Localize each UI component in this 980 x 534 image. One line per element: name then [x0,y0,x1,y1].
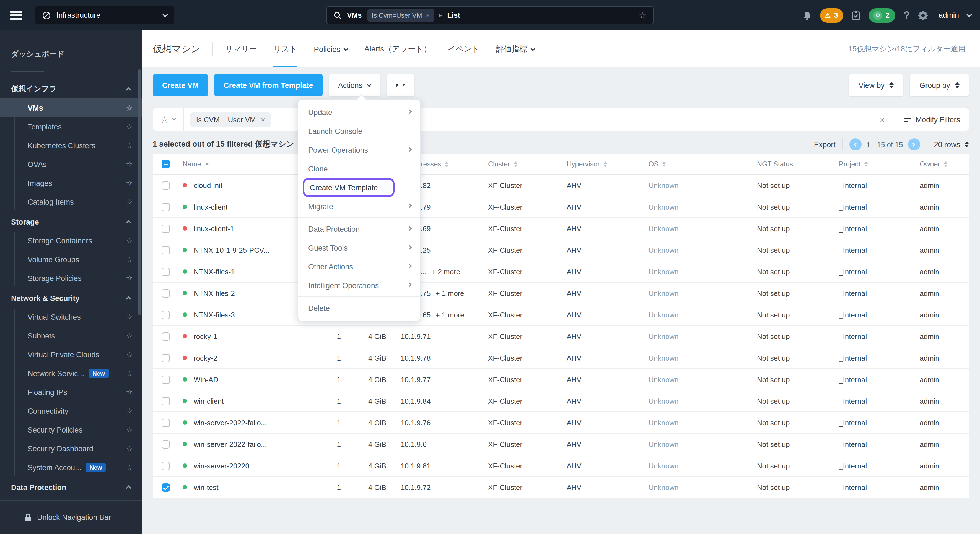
user-menu[interactable]: admin [939,11,959,19]
star-icon[interactable]: ☆ [126,141,133,150]
table-row[interactable]: win-server-2022014 GiB10.1.9.81XF-Cluste… [153,455,969,477]
sidebar-item-catalog-items[interactable]: Catalog Items☆ [0,192,142,211]
star-icon[interactable]: ☆ [126,388,133,397]
create-vm-button[interactable]: Create VM [153,74,208,96]
select-all-checkbox[interactable] [162,160,170,168]
menu-item-data-protection[interactable]: Data Protection [298,219,420,238]
sidebar-item-storage-containers[interactable]: Storage Containers☆ [0,231,142,250]
column-header-project[interactable]: Project [832,160,913,168]
sidebar-item-ovas[interactable]: OVAs☆ [0,155,142,174]
bell-icon[interactable] [803,10,812,20]
unlock-navigation-bar[interactable]: Unlock Navigation Bar [0,500,142,534]
star-icon[interactable]: ☆ [126,236,133,245]
star-icon[interactable]: ☆ [126,425,133,434]
alerts-badge[interactable]: ⚠ 3 [820,8,843,22]
vm-name[interactable]: NTNX-files-3 [194,311,235,319]
vm-name[interactable]: win-server-2022-failo... [194,418,267,427]
sidebar-scrollbar[interactable] [138,69,140,315]
star-icon[interactable]: ☆ [126,122,133,131]
next-page-button[interactable] [908,138,920,151]
row-checkbox[interactable] [162,181,170,189]
sidebar-item-storage-policies[interactable]: Storage Policies☆ [0,269,142,288]
chip-close-icon[interactable]: × [426,11,430,19]
table-row[interactable]: win-client14 GiB10.1.9.84XF-ClusterAHVUn… [153,391,969,412]
rows-per-page-select[interactable]: 20 rows [934,140,969,148]
hamburger-menu-icon[interactable] [10,11,22,20]
sidebar-item-vms[interactable]: VMs☆ [0,99,142,117]
sidebar-item-floating-ips[interactable]: Floating IPs☆ [0,383,142,402]
column-header-hypervisor[interactable]: Hypervisor [560,160,642,168]
chip-close-icon[interactable]: × [261,115,265,124]
tab-サマリー[interactable]: サマリー [225,30,257,67]
column-header-owner[interactable]: Owner [913,160,966,168]
sidebar-item-system-accou-[interactable]: System Accou...New☆ [0,458,142,477]
tab-alerts（アラート）[interactable]: Alerts（アラート） [364,30,431,67]
table-row[interactable]: NTNX-files-214 GiB10.1.9.75+ 1 moreXF-Cl… [153,283,969,304]
vm-name[interactable]: rocky-1 [194,332,217,340]
star-icon[interactable]: ☆ [126,444,133,453]
star-icon[interactable]: ☆ [126,160,133,169]
table-row[interactable]: cloud-init14 GiB10.1.9.82XF-ClusterAHVUn… [153,175,969,196]
vm-name[interactable]: NTNX-10-1-9-25-PCV... [194,246,269,254]
vm-name[interactable]: rocky-2 [194,354,217,362]
vm-name[interactable]: NTNX-files-1 [194,267,235,276]
actions-button[interactable]: Actions [329,74,380,96]
table-row[interactable]: win-test14 GiB10.1.9.72XF-ClusterAHVUnkn… [153,477,969,498]
table-row[interactable]: win-server-2022-failo...14 GiB10.1.9.76X… [153,412,969,434]
sidebar-item-virtual-switches[interactable]: Virtual Switches☆ [0,308,142,326]
menu-item-other-actions[interactable]: Other Actions [298,257,420,276]
vm-name[interactable]: cloud-init [194,181,223,189]
tab-イベント[interactable]: イベント [448,30,479,67]
row-checkbox[interactable] [162,440,170,448]
column-header-os[interactable]: OS [642,160,750,168]
global-search[interactable]: VMs Is Cvm=User VM × ▸ List ☆ [326,6,654,24]
ip-more[interactable]: + 1 more [436,311,464,319]
vm-name[interactable]: linux-client-1 [194,224,234,232]
vm-name[interactable]: linux-client [194,203,228,211]
sidebar-section-header[interactable]: Data Protection [0,478,142,497]
menu-item-intelligent-operations[interactable]: Intelligent Operations [298,276,420,295]
row-checkbox[interactable] [162,203,170,211]
menu-item-delete[interactable]: Delete [298,299,420,318]
ip-more[interactable]: + 2 more [432,267,460,276]
star-icon[interactable]: ☆ [126,274,133,283]
bookmark-button[interactable] [387,74,414,96]
menu-item-update[interactable]: Update [298,103,420,122]
sidebar-section-header[interactable]: Storage [0,212,142,231]
sidebar-section-header[interactable]: 仮想インフラ [0,79,142,99]
row-checkbox[interactable] [162,267,170,276]
row-checkbox[interactable] [162,289,170,297]
sidebar-item-network-servic-[interactable]: Network Servic...New☆ [0,364,142,383]
row-checkbox[interactable] [162,311,170,319]
create-vm-from-template-button[interactable]: Create VM from Template [214,74,323,96]
view-by-button[interactable]: View by [849,74,904,96]
vm-name[interactable]: win-test [194,483,219,491]
star-icon[interactable]: ☆ [126,255,133,264]
table-row[interactable]: NTNX-files-314 GiB10.1.9.65+ 1 moreXF-Cl… [153,304,969,326]
menu-item-power-operations[interactable]: Power Operations [298,140,420,159]
row-checkbox[interactable] [162,246,170,254]
row-checkbox[interactable] [162,224,170,232]
sidebar-item-subnets[interactable]: Subnets☆ [0,326,142,345]
search-filter-chip[interactable]: Is Cvm=User VM × [367,9,434,21]
tab-policies[interactable]: Policies [314,30,348,67]
table-row[interactable]: NTNX-10-1-9-25-PCV...14 GiB10.1.9.25XF-C… [153,240,969,261]
table-row[interactable]: Win-AD14 GiB10.1.9.77XF-ClusterAHVUnknow… [153,369,969,391]
sidebar-item-volume-groups[interactable]: Volume Groups☆ [0,250,142,269]
star-icon[interactable]: ☆ [126,103,133,112]
star-icon[interactable]: ☆ [126,197,133,206]
vm-name[interactable]: win-client [194,397,224,405]
sidebar-item-kubernetes-clusters[interactable]: Kubernetes Clusters☆ [0,136,142,155]
ip-more[interactable]: + 1 more [436,289,464,297]
modify-filters-button[interactable]: Modify Filters [895,115,969,124]
vm-name[interactable]: NTNX-files-2 [194,289,235,297]
star-icon[interactable]: ☆ [126,463,133,472]
table-row[interactable]: rocky-214 GiB10.1.9.78XF-ClusterAHVUnkno… [153,347,969,369]
table-row[interactable]: NTNX-files-114 GiB10.1.9...+ 2 moreXF-Cl… [153,261,969,283]
row-checkbox[interactable] [162,462,170,470]
row-checkbox[interactable] [162,354,170,362]
menu-item-create-vm-template[interactable]: Create VM Template [303,178,395,197]
sidebar-item-security-policies[interactable]: Security Policies☆ [0,420,142,439]
help-icon[interactable]: ? [904,9,910,21]
star-icon[interactable]: ☆ [126,350,133,359]
